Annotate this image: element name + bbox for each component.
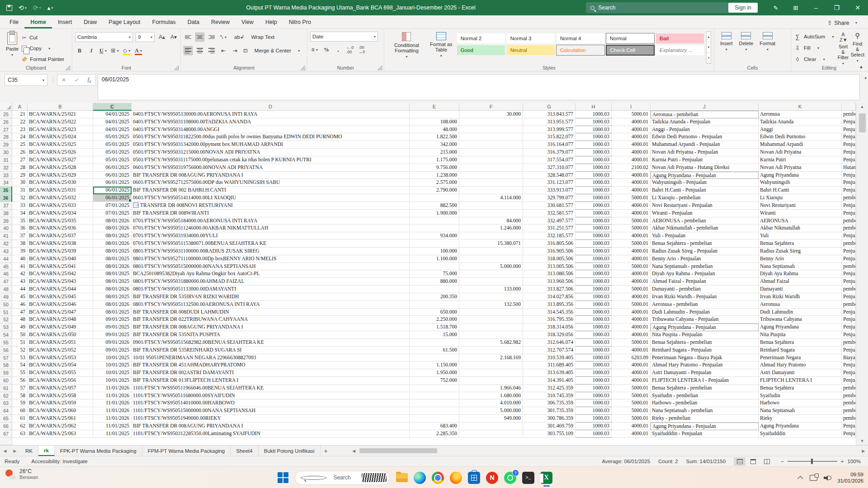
cell-D67[interactable]: 1101/FTSCY/WS950312285350.00Laminating S…: [132, 430, 410, 438]
cell-E50[interactable]: [410, 301, 459, 309]
cell-A40[interactable]: 36: [12, 225, 28, 232]
ribbon-tab-page-layout[interactable]: Page Layout: [103, 16, 146, 28]
cell-B43[interactable]: BCA/WARNA/25/039: [28, 248, 93, 255]
cell-H48[interactable]: 1000.03: [576, 286, 612, 293]
cell-J51[interactable]: Dudi Lahmudin - Penjualan: [651, 309, 759, 316]
cell-E38[interactable]: 1.900.000: [410, 210, 459, 217]
vertical-scroll-thumb[interactable]: [859, 113, 866, 132]
font-size-select[interactable]: 9▾: [136, 32, 155, 42]
accessibility-status[interactable]: Accessibility: Investigate: [31, 459, 88, 464]
cell-K67[interactable]: Syaifudddin: [759, 430, 842, 438]
cell-I25[interactable]: 5000.01: [612, 111, 651, 118]
cell-E63[interactable]: [410, 399, 459, 407]
cell-H58[interactable]: 1000.03: [576, 361, 612, 369]
row-header-59[interactable]: 59: [0, 369, 12, 377]
zoom-slider[interactable]: [788, 461, 837, 462]
cell-I36[interactable]: 5000.01: [612, 194, 651, 202]
cell-H36[interactable]: 1000.03: [576, 194, 612, 202]
cell-F48[interactable]: 133.000: [459, 286, 523, 293]
horizontal-scrollbar[interactable]: ◀ ▶: [349, 446, 868, 456]
cell-D65[interactable]: 1101/FTSCY/WS95051949000.00RIEKY: [132, 415, 410, 422]
enter-icon[interactable]: ✓: [75, 77, 79, 83]
row-header-42[interactable]: 42: [0, 240, 12, 248]
file-explorer-button[interactable]: [396, 472, 408, 484]
zoom-out-button[interactable]: −: [781, 459, 784, 464]
cell-H32[interactable]: 1000.03: [576, 164, 612, 172]
cell-D30[interactable]: 0501/FTSCY/WS95031215000.00NOVAN ADI PRI…: [132, 149, 410, 156]
cell-D57[interactable]: 10/01 95051PENERIMAAN NEGARA 22966630882…: [132, 354, 410, 362]
cell-A32[interactable]: 28: [12, 164, 28, 172]
row-header-60[interactable]: 60: [0, 377, 12, 385]
cell-E45[interactable]: [410, 263, 459, 271]
cell-D56[interactable]: BIF TRANSFER DR 535REINHARD SUGARA SI: [132, 347, 410, 354]
cell-J39[interactable]: AERONUSA - pembelian: [651, 217, 759, 225]
cell-L46[interactable]: Penjualan: [842, 270, 856, 278]
cell-I60[interactable]: 4000.01: [612, 377, 651, 385]
cell-J26[interactable]: Tadzkia Ananda - Penjualan: [651, 118, 759, 126]
cell-K34[interactable]: Wahyuningsih: [759, 179, 842, 187]
cell-K66[interactable]: Agung Priyandana: [759, 422, 842, 430]
cell-B31[interactable]: BCA/WARNA/25/027: [28, 156, 93, 164]
cell-A58[interactable]: 54: [12, 361, 28, 369]
customize-qat-button[interactable]: ▴▾: [47, 4, 53, 11]
cell-B50[interactable]: BCA/WARNA/25/046: [28, 301, 93, 309]
cell-G53[interactable]: 318.314.056: [523, 324, 576, 331]
cell-K31[interactable]: Kurnia Putri: [759, 156, 842, 164]
cell-H67[interactable]: 1000.03: [576, 430, 612, 438]
cell-K64[interactable]: Nana Septiansah: [759, 407, 842, 415]
cell-B57[interactable]: BCA/WARNA/25/053: [28, 354, 93, 362]
cut-button[interactable]: ✂Cut: [22, 33, 64, 42]
number-dialog-launcher[interactable]: [377, 66, 382, 70]
new-sheet-button[interactable]: +: [321, 446, 331, 456]
cell-L49[interactable]: Penjualan: [842, 293, 856, 301]
cell-F35[interactable]: [459, 187, 523, 194]
cell-F41[interactable]: [459, 232, 523, 240]
cell-J40[interactable]: Akbar Nikmatullah - pembelian: [651, 225, 759, 232]
cell-I53[interactable]: 4000.01: [612, 324, 651, 331]
cell-D62[interactable]: 1101/FTSCY/WS950511680000.00SYAIFUDIN: [132, 392, 410, 400]
cell-I44[interactable]: 4000.01: [612, 255, 651, 263]
row-header-62[interactable]: 62: [0, 392, 12, 400]
cell-H35[interactable]: 1000.03: [576, 187, 612, 194]
cell-C37[interactable]: 07/01/2025: [93, 202, 132, 210]
cell-I66[interactable]: 4000.01: [612, 422, 651, 430]
cell-I34[interactable]: 4000.01: [612, 179, 651, 187]
cell-K54[interactable]: Nita Puspita: [759, 331, 842, 339]
cell-E55[interactable]: [410, 339, 459, 347]
wrap-text-button[interactable]: ab↲ Wrap Text: [234, 32, 274, 42]
cell-L59[interactable]: Penjualan: [842, 369, 856, 377]
row-header-61[interactable]: 61: [0, 385, 12, 392]
row-header-53[interactable]: 53: [0, 324, 12, 331]
cell-I33[interactable]: 4000.01: [612, 172, 651, 179]
cell-J67[interactable]: Syaifudddin - Penjualan: [651, 430, 759, 438]
cell-C32[interactable]: 06/01/2025: [93, 164, 132, 172]
cell-A65[interactable]: 61: [12, 415, 28, 422]
cell-D48[interactable]: 0801/FTSCY/WS95051133000.00DAMAYANTI: [132, 286, 410, 293]
edge-browser-button[interactable]: [414, 472, 426, 484]
cell-style-neutral[interactable]: Neutral: [506, 45, 555, 56]
column-header-H[interactable]: H: [576, 103, 612, 111]
cell-style-good[interactable]: Good: [457, 45, 505, 56]
cell-A33[interactable]: 29: [12, 172, 28, 179]
column-header-F[interactable]: F: [459, 103, 523, 111]
cell-L48[interactable]: pembelian: [842, 286, 856, 293]
cell-K56[interactable]: Reinhard Sugara: [759, 347, 842, 354]
cell-G27[interactable]: 313.999.577: [523, 126, 576, 134]
cell-C66[interactable]: 11/01/2025: [93, 422, 132, 430]
cell-E30[interactable]: 215.000: [410, 149, 459, 156]
cell-J49[interactable]: Irvan Rizki Waridh - Penjualan: [651, 293, 759, 301]
cell-H44[interactable]: 1000.03: [576, 255, 612, 263]
cell-I64[interactable]: 5000.01: [612, 407, 651, 415]
orientation-button[interactable]: ⤣ ▾: [219, 33, 228, 42]
cell-H50[interactable]: 1000.03: [576, 301, 612, 309]
cell-J47[interactable]: Ahmad Faizal - Penjualan: [651, 278, 759, 286]
autosum-button[interactable]: ∑AutoSum ▾: [794, 32, 834, 42]
cell-K60[interactable]: FLIPTECH LENTERA I: [759, 377, 842, 385]
cell-B40[interactable]: BCA/WARNA/25/036: [28, 225, 93, 232]
cell-K53[interactable]: Agung Priyandana: [759, 324, 842, 331]
align-left-button[interactable]: [184, 46, 193, 55]
column-header-E[interactable]: E: [410, 103, 459, 111]
formula-input[interactable]: 06/01/2025: [98, 74, 860, 100]
paste-options-icon[interactable]: [133, 202, 139, 208]
row-header-32[interactable]: 32: [0, 164, 12, 172]
